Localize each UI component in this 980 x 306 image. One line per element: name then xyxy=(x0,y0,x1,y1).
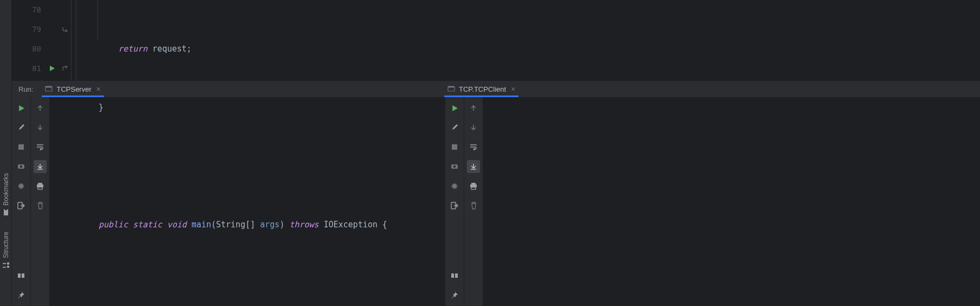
fold-end-icon[interactable] xyxy=(59,20,71,39)
svg-rect-0 xyxy=(7,266,9,268)
run-config-icon xyxy=(45,85,53,93)
line-number: 78 xyxy=(12,0,41,20)
svg-point-11 xyxy=(19,184,23,188)
svg-point-10 xyxy=(20,165,22,168)
indent-guides xyxy=(72,0,99,80)
run-tab-tcpclient[interactable]: TCP.TCPClient × xyxy=(442,81,521,97)
main-area: 78 79 80 81 return request; xyxy=(12,0,980,306)
stop-button[interactable] xyxy=(15,141,28,154)
svg-rect-1 xyxy=(3,267,6,268)
code-line-81: public static void main(String[] args) t… xyxy=(99,215,980,234)
structure-tool-button[interactable]: Structure xyxy=(2,232,10,268)
bookmarks-label: Bookmarks xyxy=(2,173,10,206)
scroll-to-end-button[interactable] xyxy=(34,160,47,173)
svg-rect-23 xyxy=(451,273,454,278)
bookmarks-tool-button[interactable]: Bookmarks xyxy=(2,173,10,215)
svg-rect-16 xyxy=(37,184,43,187)
run-panel-title: Run: xyxy=(12,81,40,97)
code-editor[interactable]: 78 79 80 81 return request; xyxy=(12,0,980,80)
run-config-icon xyxy=(447,85,455,93)
line-number-gutter: 78 79 80 81 xyxy=(12,0,46,80)
attach-debugger-button[interactable] xyxy=(15,180,28,193)
print-button[interactable] xyxy=(34,180,47,193)
svg-rect-13 xyxy=(18,273,21,278)
fold-gutter xyxy=(59,0,72,80)
code-line-78: return request; xyxy=(99,39,980,59)
structure-label: Structure xyxy=(2,232,10,258)
pin-button[interactable] xyxy=(15,289,28,302)
line-number: 80 xyxy=(12,39,41,59)
soft-wrap-button[interactable] xyxy=(34,141,47,154)
run-toolbar-primary xyxy=(12,97,31,306)
dump-threads-button[interactable] xyxy=(15,160,28,173)
pin-button[interactable] xyxy=(448,289,461,302)
run-gutter xyxy=(46,0,59,80)
structure-icon xyxy=(2,262,10,268)
svg-rect-14 xyxy=(22,273,24,278)
clear-all-button[interactable] xyxy=(34,199,47,212)
left-tool-strip: Bookmarks Structure xyxy=(0,0,12,306)
code-line-80 xyxy=(99,156,980,176)
svg-rect-24 xyxy=(455,273,458,278)
run-line-marker[interactable] xyxy=(46,59,59,78)
modify-run-config-button[interactable] xyxy=(15,121,28,134)
run-tab-label: TCPServer xyxy=(56,85,91,93)
next-occurrence-button[interactable] xyxy=(34,121,47,134)
svg-rect-9 xyxy=(18,164,24,169)
svg-rect-12 xyxy=(18,202,22,209)
rerun-button[interactable] xyxy=(15,101,28,114)
close-icon[interactable]: × xyxy=(96,85,101,93)
exit-button[interactable] xyxy=(15,199,28,212)
line-number: 81 xyxy=(12,59,41,78)
previous-occurrence-button[interactable] xyxy=(34,101,47,114)
bookmark-icon xyxy=(2,209,10,215)
run-tab-tcpserver[interactable]: TCPServer × xyxy=(40,81,106,97)
svg-rect-7 xyxy=(448,86,455,88)
svg-rect-3 xyxy=(3,263,6,264)
svg-rect-2 xyxy=(7,263,9,265)
fold-start-icon[interactable] xyxy=(59,59,71,78)
run-tab-label: TCP.TCPClient xyxy=(459,85,506,93)
svg-rect-5 xyxy=(46,86,52,88)
svg-rect-8 xyxy=(18,144,24,150)
code-line-79: } xyxy=(99,98,980,117)
layout-button[interactable] xyxy=(15,269,28,282)
close-icon[interactable]: × xyxy=(511,85,515,93)
svg-rect-17 xyxy=(38,187,42,189)
run-toolbar-secondary xyxy=(31,97,50,306)
line-number: 79 xyxy=(12,20,41,39)
code-content[interactable]: return request; } public static void mai… xyxy=(99,0,980,80)
svg-rect-15 xyxy=(38,183,42,184)
